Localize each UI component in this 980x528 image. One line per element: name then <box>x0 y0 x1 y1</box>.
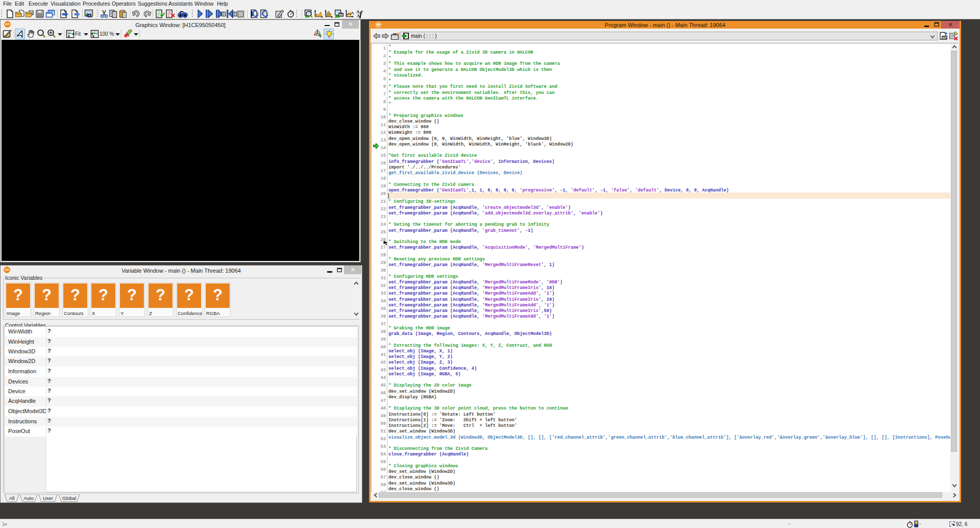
svg-text:Global: Global <box>62 495 76 501</box>
svg-text:User: User <box>43 495 53 501</box>
svg-text:Auto: Auto <box>23 495 34 501</box>
svg-text:All: All <box>9 495 15 501</box>
svg-text:f: f <box>359 9 363 18</box>
